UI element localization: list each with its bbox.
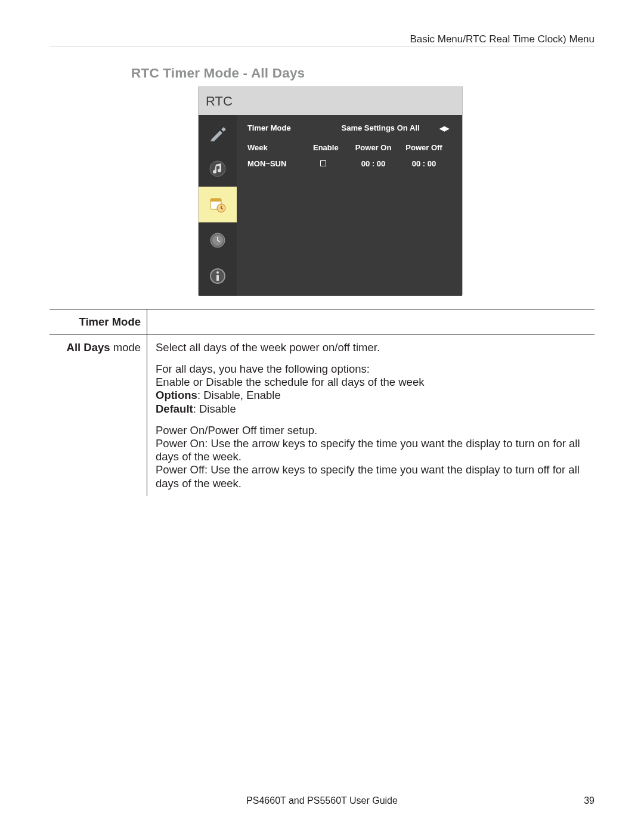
osd-timer-mode-label: Timer Mode [247,123,313,132]
osd-col-week: Week [247,143,313,152]
p3-line2: Power On: Use the arrow keys to specify … [156,437,580,463]
osd-nav [199,115,237,296]
table-header-row: Timer Mode [49,309,595,335]
row-label-bold: All Days [67,341,110,354]
osd-enable-checkbox-cell [313,159,346,168]
osd-timer-mode-value-text: Same Settings On All [342,123,420,132]
svg-point-0 [210,161,225,176]
para-2: For all days, you have the following opt… [156,363,595,416]
osd-row-week: MON~SUN [247,159,313,168]
osd-title: RTC [206,94,233,109]
osd-col-power-off: Power Off [400,143,448,152]
row-body: Select all days of the week power on/off… [147,335,595,496]
osd-power-on-time[interactable]: 00 : 00 [346,159,400,168]
osd-timer-mode-value[interactable]: Same Settings On All ◀▶ [313,123,448,132]
p3-line3: Power Off: Use the arrow keys to specify… [156,463,580,489]
clock-icon[interactable] [199,222,237,258]
brush-icon[interactable] [199,115,237,151]
music-icon[interactable] [199,151,237,187]
osd-titlebar: RTC [199,87,462,115]
left-right-arrows-icon[interactable]: ◀▶ [439,125,449,132]
osd-enable-checkbox[interactable] [320,160,326,166]
p2-default-value: : Disable [193,402,236,415]
footer-title: PS4660T and PS5560T User Guide [0,795,644,806]
p2-default-label: Default [156,402,193,415]
p2-line1: For all days, you have the following opt… [156,363,370,375]
p2-options-values: : Disable, Enable [197,389,281,401]
osd-content: Timer Mode Same Settings On All ◀▶ Week … [237,115,462,296]
svg-rect-8 [216,275,219,281]
info-icon[interactable] [199,258,237,294]
para-1: Select all days of the week power on/off… [156,341,595,354]
calendar-clock-icon[interactable] [199,187,237,222]
osd-panel: RTC T [198,86,463,295]
table-header-right [147,309,595,335]
svg-point-7 [216,271,219,274]
description-table: Timer Mode All Days mode Select all days… [49,309,595,496]
divider [49,46,595,47]
table-header-left: Timer Mode [49,309,147,335]
osd-col-enable: Enable [313,143,346,152]
breadcrumb: Basic Menu/RTC Real Time Clock) Menu [410,33,595,45]
section-heading: RTC Timer Mode - All Days [131,66,305,81]
row-label: All Days mode [49,335,147,496]
table-row: All Days mode Select all days of the wee… [49,335,595,496]
p3-line1: Power On/Power Off timer setup. [156,424,317,436]
page-number: 39 [584,795,595,806]
p2-options-label: Options [156,389,197,401]
row-label-rest: mode [110,341,141,354]
osd-power-off-time[interactable]: 00 : 00 [400,159,448,168]
p2-line2: Enable or Disable the schedule for all d… [156,376,424,388]
para-3: Power On/Power Off timer setup. Power On… [156,424,595,490]
osd-col-power-on: Power On [346,143,400,152]
svg-rect-2 [210,199,221,202]
